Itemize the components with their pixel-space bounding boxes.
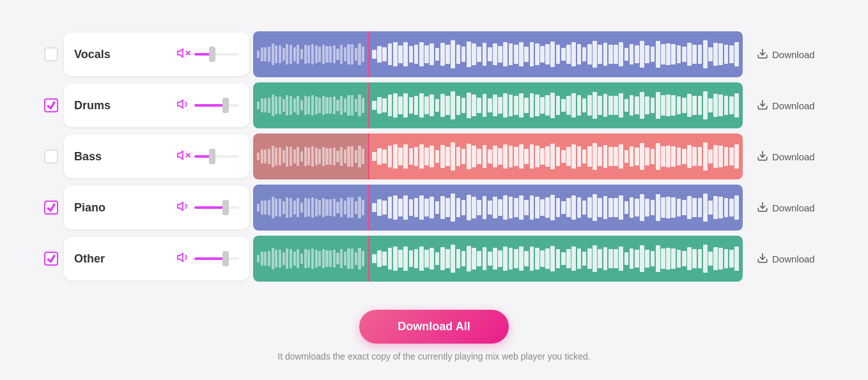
download-button-vocals[interactable]: Download — [747, 48, 830, 61]
track-label-area-piano: Piano — [64, 186, 249, 229]
track-row-vocals: VocalsDownload — [38, 31, 830, 77]
track-name-other: Other — [74, 252, 119, 266]
track-row-drums: DrumsDownload — [38, 82, 830, 128]
checkbox-input-piano[interactable] — [44, 201, 58, 215]
svg-marker-10 — [178, 202, 183, 211]
download-label-piano: Download — [772, 202, 815, 213]
download-icon-vocals — [757, 48, 768, 61]
tracks-container: VocalsDownloadDrumsDownloadBassDownloadP… — [0, 19, 868, 294]
svg-marker-4 — [178, 100, 183, 109]
volume-slider-piano[interactable] — [194, 206, 239, 209]
download-button-piano[interactable]: Download — [747, 201, 830, 215]
svg-marker-6 — [178, 151, 183, 160]
helper-text: It dowmloads the exact copy of the curre… — [277, 351, 590, 361]
waveform-right-bass — [368, 133, 743, 179]
speaker-icon-bass[interactable] — [176, 148, 190, 165]
download-button-bass[interactable]: Download — [747, 150, 830, 163]
track-name-vocals: Vocals — [74, 48, 119, 61]
svg-marker-0 — [178, 49, 183, 57]
playhead-vocals — [368, 31, 369, 77]
checkbox-piano — [38, 201, 64, 215]
track-label-area-vocals: Vocals — [64, 33, 249, 76]
waveform-left-other — [253, 236, 368, 282]
checkbox-drums — [38, 98, 64, 112]
download-label-drums: Download — [772, 100, 815, 111]
download-label-bass: Download — [772, 151, 815, 162]
waveform-vocals[interactable] — [253, 31, 743, 77]
volume-control-bass — [176, 148, 239, 165]
volume-control-other — [176, 250, 239, 267]
download-label-other: Download — [772, 254, 815, 264]
checkbox-other — [38, 252, 64, 266]
waveform-left-vocals — [253, 31, 368, 77]
track-label-area-bass: Bass — [64, 135, 249, 178]
waveform-right-vocals — [368, 31, 743, 77]
volume-slider-drums[interactable] — [194, 104, 239, 107]
svg-marker-12 — [178, 254, 183, 262]
track-row-bass: BassDownload — [38, 133, 830, 179]
track-name-piano: Piano — [74, 201, 119, 215]
volume-slider-vocals[interactable] — [194, 53, 239, 56]
download-all-button[interactable]: Download All — [359, 310, 508, 344]
playhead-piano — [368, 185, 369, 231]
track-name-drums: Drums — [74, 99, 119, 112]
speaker-icon-other[interactable] — [176, 250, 190, 267]
checkbox-input-bass[interactable] — [44, 149, 58, 163]
track-row-piano: PianoDownload — [38, 185, 830, 231]
waveform-right-other — [368, 236, 743, 282]
playhead-other — [368, 236, 369, 282]
checkbox-vocals — [38, 47, 64, 61]
volume-slider-other[interactable] — [194, 257, 239, 260]
checkbox-bass — [38, 149, 64, 163]
checkbox-input-drums[interactable] — [44, 98, 58, 112]
waveform-left-piano — [253, 185, 368, 231]
track-label-area-other: Other — [64, 237, 249, 280]
waveform-piano[interactable] — [253, 185, 743, 231]
track-name-bass: Bass — [74, 150, 119, 163]
waveform-drums[interactable] — [253, 82, 743, 128]
waveform-left-bass — [253, 133, 368, 179]
track-label-area-drums: Drums — [64, 84, 249, 127]
waveform-other[interactable] — [253, 236, 743, 282]
playhead-bass — [368, 133, 369, 179]
volume-control-piano — [176, 199, 239, 216]
waveform-bass[interactable] — [253, 133, 743, 179]
bottom-section: Download All It dowmloads the exact copy… — [277, 310, 590, 361]
download-button-drums[interactable]: Download — [747, 99, 830, 112]
volume-control-vocals — [176, 46, 239, 63]
track-row-other: OtherDownload — [38, 236, 830, 282]
playhead-drums — [368, 82, 369, 128]
download-icon-drums — [757, 99, 768, 112]
download-icon-other — [757, 252, 768, 266]
download-icon-piano — [757, 201, 768, 215]
speaker-icon-piano[interactable] — [176, 199, 190, 216]
volume-slider-bass[interactable] — [194, 155, 239, 158]
waveform-left-drums — [253, 82, 368, 128]
speaker-icon-drums[interactable] — [176, 97, 190, 114]
speaker-icon-vocals[interactable] — [176, 46, 190, 63]
checkbox-input-vocals[interactable] — [44, 47, 58, 61]
download-icon-bass — [757, 150, 768, 163]
volume-control-drums — [176, 97, 239, 114]
checkbox-input-other[interactable] — [44, 252, 58, 266]
waveform-right-drums — [368, 82, 743, 128]
download-button-other[interactable]: Download — [747, 252, 830, 266]
download-label-vocals: Download — [772, 49, 815, 60]
waveform-right-piano — [368, 185, 743, 231]
